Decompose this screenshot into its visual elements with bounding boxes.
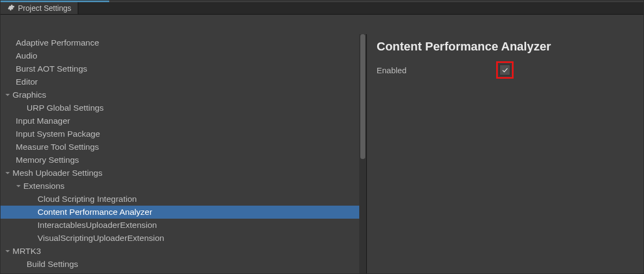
- tree-item[interactable]: Input System Package: [1, 128, 359, 141]
- tree-scrollbar[interactable]: [359, 34, 366, 273]
- tree-item-label: Audio: [15, 51, 37, 61]
- tree-item[interactable]: Adaptive Performance: [1, 36, 359, 49]
- tree-item-label: Graphics: [11, 90, 46, 100]
- highlight-box: [496, 61, 514, 79]
- caret-down-icon[interactable]: [4, 248, 11, 254]
- tree-item[interactable]: Measure Tool Settings: [1, 141, 359, 154]
- tree-item-label: InteractablesUploaderExtension: [36, 220, 157, 230]
- enabled-label: Enabled: [377, 66, 464, 75]
- tree-item-label: Editor: [15, 77, 38, 87]
- caret-down-icon[interactable]: [4, 170, 11, 176]
- tree-item[interactable]: Extensions: [1, 180, 359, 193]
- tab-title: Project Settings: [18, 4, 71, 12]
- tree-item[interactable]: Burst AOT Settings: [1, 62, 359, 75]
- tree-item-label: Burst AOT Settings: [15, 64, 87, 74]
- tree-item[interactable]: Audio: [1, 49, 359, 62]
- scrollbar-thumb[interactable]: [360, 34, 365, 159]
- tree-item-label: URP Global Settings: [26, 103, 104, 113]
- panel-title: Content Performance Analyzer: [377, 40, 634, 54]
- tree-item[interactable]: Editor: [1, 75, 359, 88]
- enabled-row: Enabled: [377, 61, 634, 79]
- enabled-checkbox[interactable]: [499, 65, 510, 75]
- tree-item[interactable]: MRTK3: [1, 245, 359, 258]
- tree-item[interactable]: Cloud Scripting Integration: [1, 193, 359, 206]
- caret-down-icon[interactable]: [15, 183, 22, 189]
- tree-item-label: VisualScriptingUploaderExtension: [36, 233, 164, 243]
- tree-item[interactable]: VisualScriptingUploaderExtension: [1, 232, 359, 245]
- tree-item[interactable]: Content Performance Analyzer: [1, 206, 359, 219]
- tree-item[interactable]: URP Global Settings: [1, 101, 359, 114]
- tab-project-settings[interactable]: Project Settings: [1, 2, 78, 14]
- tree-item-label: Extensions: [22, 181, 65, 191]
- tree-item-label: Measure Tool Settings: [15, 142, 99, 152]
- tree-item-label: Cloud Scripting Integration: [36, 194, 137, 204]
- settings-tree[interactable]: Adaptive PerformanceAudioBurst AOT Setti…: [1, 34, 359, 273]
- tab-bar: Project Settings: [1, 2, 643, 15]
- tree-item-label: Mesh Uploader Settings: [11, 168, 102, 178]
- tree-item-label: Content Performance Analyzer: [36, 207, 152, 217]
- workspace: Adaptive PerformanceAudioBurst AOT Setti…: [1, 15, 643, 273]
- check-icon: [501, 66, 509, 74]
- tree-item[interactable]: InteractablesUploaderExtension: [1, 219, 359, 232]
- tree-item-label: Input Manager: [15, 116, 70, 126]
- tree-item-label: Adaptive Performance: [15, 38, 99, 48]
- settings-tree-pane: Adaptive PerformanceAudioBurst AOT Setti…: [1, 34, 366, 273]
- project-settings-window: Project Settings Adaptive PerformanceAud…: [0, 0, 644, 274]
- tree-item[interactable]: Graphics: [1, 88, 359, 101]
- tree-item[interactable]: Mesh Uploader Settings: [1, 167, 359, 180]
- tree-item-label: Input System Package: [15, 129, 100, 139]
- tree-item[interactable]: Memory Settings: [1, 154, 359, 167]
- tree-item-label: MRTK3: [11, 246, 41, 256]
- gear-icon: [7, 4, 15, 13]
- tree-item-label: Build Settings: [26, 259, 78, 269]
- tree-item[interactable]: Input Manager: [1, 114, 359, 128]
- tree-item[interactable]: Build Settings: [1, 258, 359, 271]
- caret-down-icon[interactable]: [4, 92, 11, 98]
- details-pane: Content Performance Analyzer Enabled: [367, 34, 643, 273]
- tree-item-label: Memory Settings: [15, 155, 79, 165]
